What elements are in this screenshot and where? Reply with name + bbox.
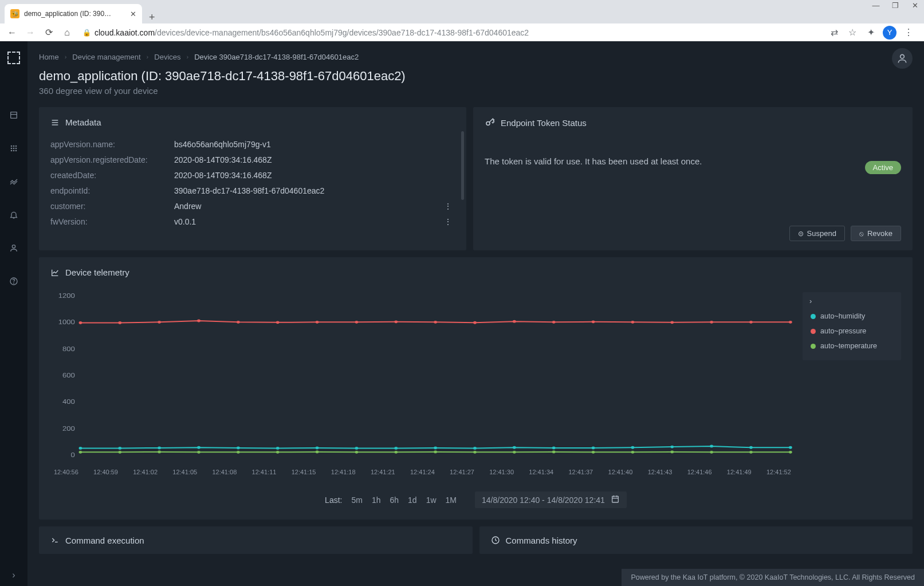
time-option[interactable]: 5m (351, 495, 362, 505)
last-label: Last: (325, 495, 342, 505)
svg-point-81 (749, 451, 753, 454)
time-option[interactable]: 1M (446, 495, 457, 505)
crumb-device-management[interactable]: Device management (72, 53, 140, 61)
window-close-icon[interactable]: ✕ (909, 1, 921, 10)
token-status-card: Endpoint Token Status The token is valid… (473, 107, 913, 250)
legend-item[interactable]: auto~temperature (803, 339, 901, 353)
row-more-icon[interactable]: ⋮ (441, 217, 455, 226)
time-option[interactable]: 1d (408, 495, 417, 505)
profile-avatar[interactable]: Y (883, 26, 897, 40)
svg-point-32 (316, 321, 319, 324)
browser-tab[interactable]: 🐝 demo_application (ID: 390… ✕ (5, 4, 142, 23)
nav-analytics-icon[interactable] (0, 172, 27, 191)
token-message: The token is valid for use. It has been … (485, 156, 901, 166)
svg-point-52 (355, 447, 359, 450)
address-bar[interactable]: 🔒 cloud.kaaiot.com/devices/device-manage… (78, 28, 824, 37)
svg-point-40 (631, 321, 635, 324)
window-minimize-icon[interactable]: — (870, 1, 882, 10)
tab-title: demo_application (ID: 390… (24, 10, 125, 18)
breadcrumb: Home › Device management › Devices › Dev… (39, 48, 913, 65)
svg-point-42 (710, 321, 713, 324)
url-host: cloud.kaaiot.com (95, 28, 155, 37)
metadata-value: 390ae718-dc17-4138-98f1-67d04601eac2 (174, 186, 455, 195)
x-tick-label: 12:41:08 (212, 469, 237, 475)
chrome-menu-icon[interactable]: ⋮ (902, 26, 915, 39)
crumb-home[interactable]: Home (39, 53, 59, 61)
bookmark-star-icon[interactable]: ☆ (846, 26, 859, 39)
telemetry-card: Device telemetry 020040060080010001200 1… (39, 257, 913, 520)
history-icon (491, 536, 500, 545)
translate-icon[interactable]: ⇄ (828, 26, 840, 39)
app-logo-icon[interactable] (7, 52, 20, 64)
svg-point-60 (670, 446, 674, 449)
list-icon (50, 118, 60, 127)
svg-point-2 (11, 145, 13, 147)
svg-rect-83 (612, 496, 619, 502)
metadata-value: v0.0.1 (174, 217, 441, 226)
metadata-card: Metadata appVersion.name:bs46o56an6qhlo5… (39, 107, 466, 250)
nav-back-icon[interactable]: ← (5, 25, 19, 40)
metadata-value: 2020-08-14T09:34:16.468Z (174, 155, 455, 164)
user-avatar[interactable] (892, 48, 913, 69)
svg-point-38 (552, 321, 556, 324)
svg-point-28 (158, 321, 161, 324)
svg-point-59 (631, 446, 635, 449)
extensions-icon[interactable]: ✦ (864, 26, 877, 39)
svg-point-48 (197, 446, 200, 449)
legend-label: auto~pressure (820, 327, 866, 335)
svg-point-82 (789, 451, 792, 454)
tab-close-icon[interactable]: ✕ (130, 10, 136, 18)
svg-point-65 (118, 451, 121, 454)
suspend-button[interactable]: ⊝Suspend (789, 226, 845, 241)
time-option[interactable]: 6h (390, 495, 399, 505)
legend-item[interactable]: auto~humidity (803, 309, 901, 324)
svg-text:400: 400 (62, 398, 75, 406)
svg-point-58 (592, 447, 595, 450)
legend-dot-icon (811, 329, 816, 334)
svg-point-34 (394, 320, 398, 323)
legend-collapse-icon[interactable]: › (803, 297, 901, 309)
nav-reload-icon[interactable]: ⟳ (41, 25, 56, 40)
nav-apps-icon[interactable] (0, 139, 27, 158)
sidebar-expand-icon[interactable]: › (0, 570, 27, 580)
window-restore-icon[interactable]: ❐ (890, 1, 901, 10)
svg-point-56 (513, 446, 516, 449)
commands-history-card[interactable]: Commands history (479, 526, 913, 554)
legend-item[interactable]: auto~pressure (803, 324, 901, 339)
svg-point-72 (394, 451, 398, 454)
new-tab-button[interactable]: + (142, 11, 162, 23)
chevron-right-icon: › (187, 53, 189, 60)
scrollbar[interactable] (461, 131, 464, 200)
svg-point-77 (592, 451, 595, 454)
metadata-row: appVersion.name:bs46o56an6qhlo5mj79g-v1 (50, 136, 455, 152)
svg-point-74 (473, 451, 477, 454)
nav-user-icon[interactable] (0, 238, 27, 258)
time-range-picker[interactable]: 14/8/2020 12:40 - 14/8/2020 12:41 (475, 491, 627, 508)
x-tick-label: 12:41:30 (489, 469, 514, 475)
chevron-right-icon: › (65, 53, 67, 60)
nav-alerts-icon[interactable] (0, 205, 27, 225)
svg-point-6 (13, 148, 15, 150)
metadata-row: customer:Andrew⋮ (50, 198, 455, 214)
legend-label: auto~temperature (820, 342, 877, 350)
svg-point-14 (901, 54, 905, 58)
nav-forward-icon[interactable]: → (23, 25, 38, 40)
x-tick-label: 12:41:15 (292, 469, 316, 475)
svg-point-57 (552, 447, 556, 450)
time-option[interactable]: 1w (426, 495, 437, 505)
nav-help-icon[interactable] (0, 272, 27, 291)
commands-history-label: Commands history (506, 536, 577, 545)
chevron-right-icon: › (147, 53, 149, 60)
time-option[interactable]: 1h (372, 495, 381, 505)
revoke-button[interactable]: ⦸Revoke (851, 226, 901, 241)
nav-home-icon[interactable]: ⌂ (60, 25, 74, 40)
nav-dashboard-icon[interactable] (0, 105, 27, 125)
metadata-row: appVersion.registeredDate:2020-08-14T09:… (50, 152, 455, 167)
row-more-icon[interactable]: ⋮ (441, 202, 455, 211)
metadata-value: bs46o56an6qhlo5mj79g-v1 (174, 140, 455, 149)
telemetry-chart[interactable]: 020040060080010001200 12:40:5612:40:5912… (50, 292, 795, 481)
command-exec-label: Command execution (65, 536, 144, 545)
crumb-devices[interactable]: Devices (154, 53, 180, 61)
command-execution-card[interactable]: Command execution (39, 526, 473, 554)
svg-point-9 (13, 150, 15, 152)
